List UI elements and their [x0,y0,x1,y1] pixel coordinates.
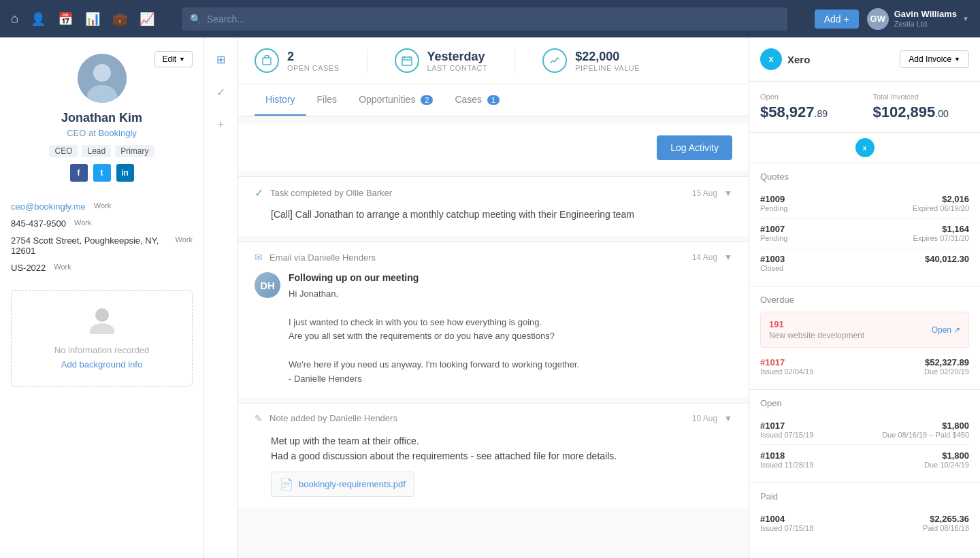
country-value: US-2022 [11,263,46,273]
note-date: 10 Aug [692,414,717,423]
profile-name: Jonathan Kim [61,111,142,125]
edit-button[interactable]: Edit ▼ [154,51,193,67]
add-button[interactable]: Add + [815,10,859,29]
xero-summary: Open $58,927.89 Total Invoiced $102,895.… [749,82,980,133]
open-summary: Open $58,927.89 [760,93,857,121]
paid-1004-date: Paid 08/16/18 [923,524,969,532]
plus-icon[interactable]: + [210,114,232,135]
main-content: Edit ▼ Jonathan Kim CEO at Bookingly CEO [0,37,980,558]
briefcase-icon[interactable]: 💼 [112,12,127,27]
country-row: US-2022 Work [11,259,193,276]
xero-header: x Xero Add Invoice ▼ [749,37,980,82]
address-type-label: Work [176,235,193,244]
pipeline-icon [542,48,567,73]
quote-1007-date: Expires 07/31/20 [913,234,969,242]
attachment-link[interactable]: bookingly-requirements.pdf [299,479,406,489]
overdue-1017-issued: Issued 02/04/19 [760,367,813,376]
linkedin-icon[interactable]: in [116,164,134,182]
chart-icon[interactable]: 📊 [85,12,100,27]
last-contact-label: LAST CONTACT [427,64,488,72]
attachment[interactable]: 📄 bookingly-requirements.pdf [271,472,414,497]
quote-1003: #1003 Closed $40,012.30 [760,248,969,278]
xero-icon-row: x [749,133,980,163]
quote-1003-amount: $40,012.30 [925,254,969,264]
note-text: Met up with the team at their office. Ha… [271,433,732,464]
user-dropdown-icon[interactable]: ▼ [962,15,969,22]
trends-icon[interactable]: 📈 [140,12,154,27]
email-date: 14 Aug [692,252,717,262]
quotes-title: Quotes [760,171,969,182]
task-date: 15 Aug [692,188,717,198]
person-placeholder-icon [22,307,181,340]
timeline: ✓ Task completed by Ollie Barker 15 Aug … [238,176,749,508]
search-input[interactable] [207,14,779,24]
pipeline-label: PIPELINE VALUE [575,64,640,72]
cases-icon [255,48,279,73]
tab-opportunities[interactable]: Opportunities 2 [348,84,444,116]
tags-container: CEO Lead Primary [49,145,154,157]
paid-section: Paid #1004 Issued 07/15/18 $2,265.36 Pai… [749,483,980,546]
stat-divider-1 [367,48,368,73]
open-1018-due: Due 10/24/19 [924,461,969,469]
company-link[interactable]: Bookingly [98,128,136,138]
task-body: [Call] Call Jonathan to arrange a monthl… [238,209,749,236]
pdf-icon: 📄 [280,478,293,491]
edit-dropdown-icon: ▼ [179,56,185,63]
overdue-1017-amount: $52,327.89 [924,357,969,367]
email-link[interactable]: ceo@bookingly.me [11,201,86,212]
home-icon[interactable]: ⌂ [11,12,18,26]
svg-point-1 [93,64,111,82]
total-label: Total Invoiced [873,93,970,101]
stats-bar: 2 OPEN CASES Yesterday LAST CONTACT [238,37,749,84]
note-body: Met up with the team at their office. Ha… [238,433,749,508]
email-header[interactable]: ✉ Email via Danielle Henders 14 Aug ▼ [238,242,749,272]
add-invoice-button[interactable]: Add Invoice ▼ [900,50,969,68]
calendar-icon[interactable]: 📅 [58,12,73,27]
tab-history[interactable]: History [255,84,306,116]
svg-rect-6 [402,57,412,65]
address-value: 2754 Scott Street, Poughkeepsie, NY, 126… [11,235,167,256]
open-invoice-1017: #1017 Issued 07/15/19 $1,800 Due 08/16/1… [760,415,969,445]
quote-1003-status: Closed [760,264,785,272]
overdue-title: Overdue [760,295,969,305]
paid-invoice-1004: #1004 Issued 07/15/18 $2,265.36 Paid 08/… [760,508,969,538]
opportunities-badge: 2 [421,95,433,105]
tab-files[interactable]: Files [306,84,348,116]
contacts-icon[interactable]: 👤 [31,12,46,27]
open-link[interactable]: Open ↗ [932,325,960,335]
add-bg-link[interactable]: Add background info [61,359,142,370]
open-label: Open [760,93,857,101]
xero-brand: x Xero [760,48,810,70]
background-info-box: No information recorded Add background i… [11,290,193,387]
tab-cases[interactable]: Cases 1 [444,84,510,116]
no-info-text: No information recorded [22,345,181,355]
email-type-label: Work [94,201,111,210]
quote-1009: #1009 Pending $2,016 Expired 06/19/20 [760,188,969,218]
grid-view-icon[interactable]: ⊞ [210,48,232,70]
profile-header: Edit ▼ Jonathan Kim CEO at Bookingly CEO [0,37,203,193]
user-profile[interactable]: GW Gavin Williams Zestia Ltd. ▼ [867,8,969,30]
check-view-icon[interactable]: ✓ [210,81,232,103]
email-title: Email via Danielle Henders [270,252,685,263]
email-row: ceo@bookingly.me Work [11,198,193,215]
facebook-icon[interactable]: f [70,164,88,182]
overdue-item-191[interactable]: 191 New website development Open ↗ [760,312,969,348]
last-contact-value: Yesterday [427,50,488,64]
email-body: DH Following up on our meeting Hi Jonath… [238,272,749,397]
search-bar[interactable]: 🔍 [182,7,787,31]
right-sidebar: x Xero Add Invoice ▼ Open $58,927.89 Tot… [749,37,980,558]
sender-avatar: DH [255,272,280,298]
open-1017-issued: Issued 07/15/19 [760,431,813,439]
log-activity-button[interactable]: Log Activity [657,135,732,160]
contact-icon [395,48,419,73]
task-header[interactable]: ✓ Task completed by Ollie Barker 15 Aug … [238,177,749,209]
open-cases-value: 2 [287,50,340,64]
overdue-invoice-1017: #1017 Issued 02/04/19 $52,327.89 Due 02/… [760,352,969,381]
open-1018-num: #1018 [760,450,813,461]
open-cases-label: OPEN CASES [287,64,340,72]
timeline-item-task: ✓ Task completed by Ollie Barker 15 Aug … [238,176,749,236]
external-link-icon: ↗ [953,325,960,335]
twitter-icon[interactable]: t [93,164,111,182]
note-header[interactable]: ✎ Note added by Danielle Henders 10 Aug … [238,404,749,433]
user-company: Zestia Ltd. [894,20,957,29]
